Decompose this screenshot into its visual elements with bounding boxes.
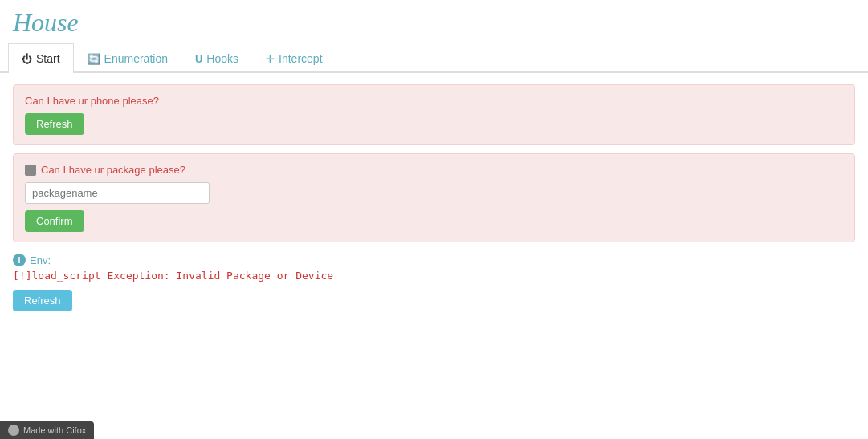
packagename-input[interactable] <box>25 182 210 204</box>
env-label-text: Env: <box>30 254 51 266</box>
tab-bar: ⏻ Start 🔄 Enumeration U Hooks ✛ Intercep… <box>0 43 868 73</box>
intercept-icon: ✛ <box>266 53 275 65</box>
main-content: Can I have ur phone please? Refresh Can … <box>0 73 868 329</box>
card-package: Can I have ur package please? Confirm <box>13 153 855 242</box>
package-icon <box>25 165 36 176</box>
card-phone: Can I have ur phone please? Refresh <box>13 84 855 145</box>
tab-intercept[interactable]: ✛ Intercept <box>252 43 336 73</box>
env-label-row: i Env: <box>13 254 855 266</box>
tab-hooks[interactable]: U Hooks <box>181 43 252 73</box>
env-info-icon: i <box>13 254 26 266</box>
footer-logo-icon <box>8 425 19 436</box>
confirm-button[interactable]: Confirm <box>25 210 84 232</box>
enumeration-icon: 🔄 <box>88 53 100 65</box>
env-section: i Env: [!]load_script Exception: Invalid… <box>13 254 855 311</box>
start-icon: ⏻ <box>22 53 32 65</box>
env-error-text: [!]load_script Exception: Invalid Packag… <box>13 270 855 282</box>
hooks-icon: U <box>195 53 202 65</box>
footer-label: Made with Cifox <box>23 425 86 435</box>
env-refresh-button[interactable]: Refresh <box>13 290 72 311</box>
card-package-question: Can I have ur package please? <box>41 164 185 176</box>
card-phone-refresh-button[interactable]: Refresh <box>25 113 84 135</box>
card-package-question-row: Can I have ur package please? <box>25 164 843 176</box>
tab-enumeration-label: Enumeration <box>104 52 168 65</box>
tab-enumeration[interactable]: 🔄 Enumeration <box>74 43 181 73</box>
footer: Made with Cifox <box>0 421 94 439</box>
tab-hooks-label: Hooks <box>206 52 238 65</box>
tab-start-label: Start <box>36 52 60 65</box>
card-phone-question: Can I have ur phone please? <box>25 95 843 107</box>
app-title: House <box>0 0 868 43</box>
tab-start[interactable]: ⏻ Start <box>8 43 74 73</box>
tab-intercept-label: Intercept <box>279 52 322 65</box>
